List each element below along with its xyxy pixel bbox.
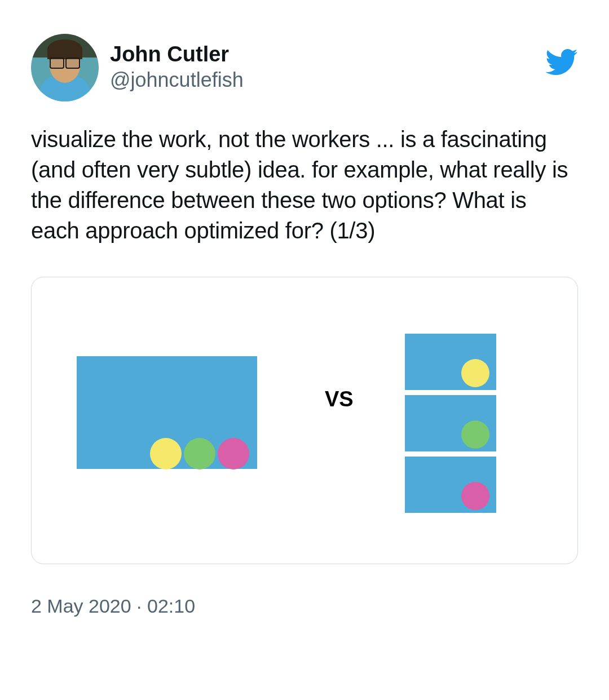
diagram-work-vs-workers: VS: [32, 277, 577, 564]
tweet-header: John Cutler @johncutlefish: [31, 34, 578, 101]
circle-pink-icon: [218, 438, 249, 469]
tweet-text: visualize the work, not the workers ... …: [31, 124, 578, 246]
circle-green-icon: [461, 420, 489, 449]
circle-yellow-icon: [461, 359, 489, 387]
diagram-small-block-1: [405, 334, 496, 390]
name-block: John Cutler @johncutlefish: [110, 42, 244, 94]
diagram-circles-grouped: [150, 438, 249, 469]
timestamp[interactable]: 2 May 2020 · 02:10: [31, 595, 578, 617]
tweet-media[interactable]: VS: [31, 277, 578, 564]
diagram-split-blocks: [405, 334, 496, 513]
circle-green-icon: [184, 438, 215, 469]
avatar[interactable]: [31, 34, 99, 101]
display-name[interactable]: John Cutler: [110, 42, 244, 68]
circle-pink-icon: [461, 482, 489, 510]
diagram-small-block-3: [405, 457, 496, 513]
user-info[interactable]: John Cutler @johncutlefish: [31, 34, 244, 101]
circle-yellow-icon: [150, 438, 182, 469]
vs-label: VS: [325, 387, 354, 411]
username[interactable]: @johncutlefish: [110, 67, 244, 94]
diagram-small-block-2: [405, 395, 496, 451]
twitter-logo-icon[interactable]: [544, 45, 578, 79]
